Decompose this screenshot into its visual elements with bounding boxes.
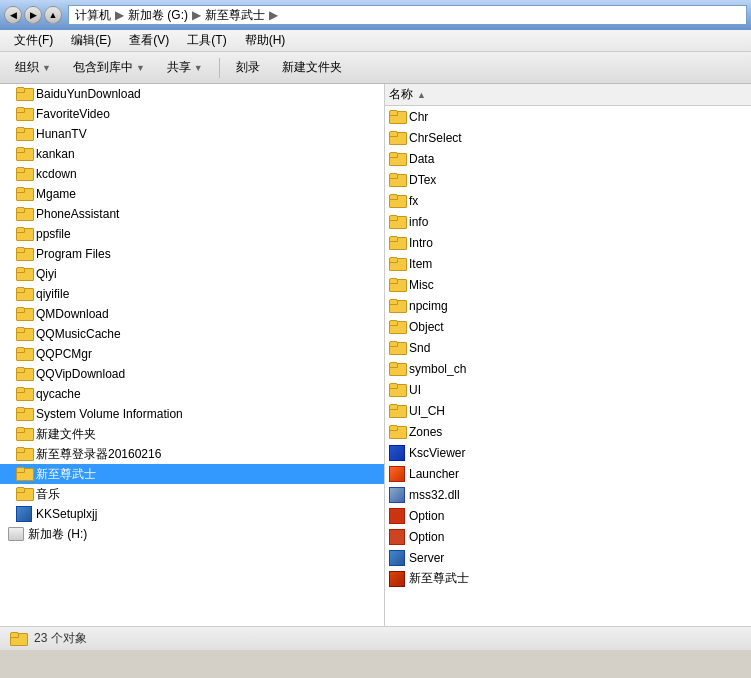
name-column-header[interactable]: 名称 — [389, 86, 413, 103]
menu-view[interactable]: 查看(V) — [121, 30, 177, 51]
table-row[interactable]: npcimg — [385, 295, 751, 316]
list-item[interactable]: 音乐 — [0, 484, 384, 504]
status-bar: 23 个对象 — [0, 626, 751, 650]
addr-part-folder[interactable]: 新至尊武士 — [205, 7, 265, 24]
share-button[interactable]: 共享 ▼ — [158, 55, 212, 80]
list-item[interactable]: QQVipDownload — [0, 364, 384, 384]
table-row[interactable]: Server — [385, 547, 751, 568]
list-item[interactable]: qiyifile — [0, 284, 384, 304]
folder-icon — [16, 87, 32, 101]
folder-icon — [389, 404, 405, 418]
item-label: ppsfile — [36, 227, 71, 241]
table-row[interactable]: Zones — [385, 421, 751, 442]
drive-item[interactable]: 新加卷 (H:) — [0, 524, 384, 544]
list-item[interactable]: FavoriteVideo — [0, 104, 384, 124]
forward-button[interactable]: ▶ — [24, 6, 42, 24]
table-row[interactable]: UI_CH — [385, 400, 751, 421]
folder-icon — [389, 299, 405, 313]
status-folder-icon — [10, 632, 26, 646]
table-row[interactable]: Option — [385, 526, 751, 547]
launcher-icon — [389, 466, 405, 482]
table-row[interactable]: Chr — [385, 106, 751, 127]
menu-bar: 文件(F) 编辑(E) 查看(V) 工具(T) 帮助(H) — [0, 30, 751, 52]
list-item-selected[interactable]: 新至尊武士 — [0, 464, 384, 484]
list-item[interactable]: 新至尊登录器20160216 — [0, 444, 384, 464]
left-pane[interactable]: BaiduYunDownload FavoriteVideo HunanTV k… — [0, 84, 385, 626]
item-label: Program Files — [36, 247, 111, 261]
address-bar[interactable]: 计算机 ▶ 新加卷 (G:) ▶ 新至尊武士 ▶ — [68, 5, 747, 25]
folder-icon — [16, 427, 32, 441]
item-label: PhoneAssistant — [36, 207, 119, 221]
addr-part-computer[interactable]: 计算机 — [75, 7, 111, 24]
table-row[interactable]: Item — [385, 253, 751, 274]
item-label: 新至尊武士 — [36, 466, 96, 483]
item-label: KscViewer — [409, 446, 465, 460]
list-item[interactable]: QQMusicCache — [0, 324, 384, 344]
table-row[interactable]: Option — [385, 505, 751, 526]
table-row[interactable]: ChrSelect — [385, 127, 751, 148]
list-item[interactable]: QMDownload — [0, 304, 384, 324]
right-pane[interactable]: 名称 ▲ Chr ChrSelect Data DTex fx info — [385, 84, 751, 626]
table-row[interactable]: DTex — [385, 169, 751, 190]
item-label: QQMusicCache — [36, 327, 121, 341]
kscviewer-icon — [389, 445, 405, 461]
table-row[interactable]: Intro — [385, 232, 751, 253]
new-folder-label: 新建文件夹 — [282, 59, 342, 76]
item-label: symbol_ch — [409, 362, 466, 376]
list-item[interactable]: KKSetuplxjj — [0, 504, 384, 524]
folder-icon — [389, 215, 405, 229]
table-row[interactable]: Data — [385, 148, 751, 169]
burn-button[interactable]: 刻录 — [227, 55, 269, 80]
table-row[interactable]: info — [385, 211, 751, 232]
back-button[interactable]: ◀ — [4, 6, 22, 24]
item-label: mss32.dll — [409, 488, 460, 502]
item-label: Server — [409, 551, 444, 565]
table-row[interactable]: Snd — [385, 337, 751, 358]
menu-tools[interactable]: 工具(T) — [179, 30, 234, 51]
table-row[interactable]: UI — [385, 379, 751, 400]
list-item[interactable]: BaiduYunDownload — [0, 84, 384, 104]
table-row[interactable]: mss32.dll — [385, 484, 751, 505]
up-button[interactable]: ▲ — [44, 6, 62, 24]
table-row[interactable]: KscViewer — [385, 442, 751, 463]
include-library-button[interactable]: 包含到库中 ▼ — [64, 55, 154, 80]
toolbar: 组织 ▼ 包含到库中 ▼ 共享 ▼ 刻录 新建文件夹 — [0, 52, 751, 84]
window-controls[interactable]: ◀ ▶ ▲ — [4, 6, 62, 24]
item-label: Misc — [409, 278, 434, 292]
table-row[interactable]: Launcher — [385, 463, 751, 484]
list-item[interactable]: qycache — [0, 384, 384, 404]
list-item[interactable]: PhoneAssistant — [0, 204, 384, 224]
folder-icon — [389, 362, 405, 376]
table-row[interactable]: Object — [385, 316, 751, 337]
addr-part-drive[interactable]: 新加卷 (G:) — [128, 7, 188, 24]
folder-icon — [389, 110, 405, 124]
list-item[interactable]: HunanTV — [0, 124, 384, 144]
table-row[interactable]: 新至尊武士 — [385, 568, 751, 589]
list-item[interactable]: kankan — [0, 144, 384, 164]
list-item[interactable]: System Volume Information — [0, 404, 384, 424]
folder-icon — [16, 267, 32, 281]
folder-icon — [389, 341, 405, 355]
status-text: 23 个对象 — [34, 630, 87, 647]
table-row[interactable]: symbol_ch — [385, 358, 751, 379]
menu-file[interactable]: 文件(F) — [6, 30, 61, 51]
list-item[interactable]: 新建文件夹 — [0, 424, 384, 444]
list-item[interactable]: QQPCMgr — [0, 344, 384, 364]
list-item[interactable]: Program Files — [0, 244, 384, 264]
list-item[interactable]: Mgame — [0, 184, 384, 204]
list-item[interactable]: Qiyi — [0, 264, 384, 284]
table-row[interactable]: Misc — [385, 274, 751, 295]
table-row[interactable]: fx — [385, 190, 751, 211]
folder-icon — [16, 207, 32, 221]
menu-edit[interactable]: 编辑(E) — [63, 30, 119, 51]
column-header[interactable]: 名称 ▲ — [385, 84, 751, 106]
folder-icon — [16, 367, 32, 381]
list-item[interactable]: kcdown — [0, 164, 384, 184]
item-label: 新至尊武士 — [409, 570, 469, 587]
item-label: HunanTV — [36, 127, 87, 141]
menu-help[interactable]: 帮助(H) — [237, 30, 294, 51]
list-item[interactable]: ppsfile — [0, 224, 384, 244]
organize-button[interactable]: 组织 ▼ — [6, 55, 60, 80]
new-folder-button[interactable]: 新建文件夹 — [273, 55, 351, 80]
item-label: Mgame — [36, 187, 76, 201]
